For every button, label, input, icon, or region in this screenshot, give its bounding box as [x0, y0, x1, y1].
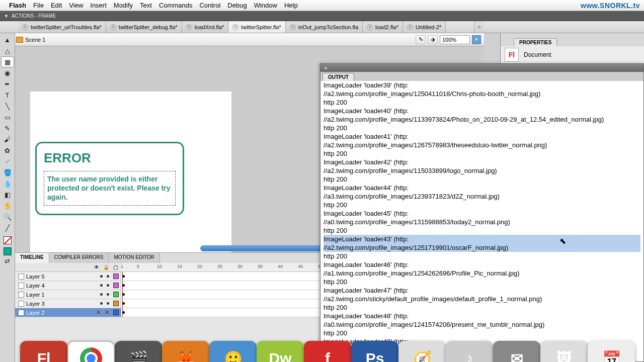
visibility-dot[interactable] [100, 293, 103, 296]
hide-x-icon[interactable]: ✕ [96, 309, 101, 316]
dock-dreamweaver[interactable]: Dw [257, 341, 304, 362]
selection-tool[interactable]: ▲ [1, 34, 14, 45]
bone-tool[interactable]: ⟋ [1, 156, 14, 167]
line-tool[interactable]: ╲ [1, 101, 14, 112]
layer-cell[interactable]: Layer 1 [15, 290, 121, 299]
dock-preview[interactable]: 🖼 [540, 341, 588, 362]
output-line[interactable]: http 200 [324, 149, 640, 158]
eye-icon[interactable]: 👁 [94, 264, 99, 270]
layer-frames[interactable] [121, 272, 320, 281]
keyframe-icon[interactable] [122, 311, 125, 314]
layer-cell[interactable]: Layer 3 [15, 299, 121, 308]
error-movieclip[interactable]: ERROR The user name provided is either p… [35, 142, 184, 215]
output-line[interactable]: http 200 [324, 278, 640, 286]
frames-ruler[interactable]: 151015202530354045505560 [121, 263, 320, 272]
output-line[interactable]: ImageLoader 'loader40' (http: //a2.twimg… [324, 107, 640, 124]
menu-help[interactable]: Help [284, 2, 298, 9]
dock-safari[interactable]: 🧭 [398, 341, 446, 362]
dock-chrome[interactable] [67, 341, 115, 362]
output-tab[interactable]: OUTPUT [323, 73, 354, 81]
outline-color-swatch[interactable] [113, 301, 119, 306]
output-line[interactable]: ImageLoader 'loader46' (http: //a1.twimg… [324, 260, 640, 278]
document-tab[interactable]: ×Untitled-2* [403, 21, 446, 33]
output-line[interactable]: http 200 [324, 252, 640, 260]
layer-frames[interactable] [121, 290, 320, 299]
eyedropper-tool[interactable]: 💧 [1, 178, 14, 189]
menu-control[interactable]: Control [199, 2, 220, 9]
output-text[interactable]: ImageLoader 'loader39' (http: //a2.twimg… [320, 81, 643, 361]
zoom-input[interactable] [440, 35, 470, 44]
output-line[interactable]: ImageLoader 'loader39' (http: //a2.twimg… [324, 81, 640, 98]
document-tab[interactable]: ×twitterSpitter.fla* [228, 21, 285, 33]
pen-tool[interactable]: ✒ [1, 78, 14, 89]
document-tab[interactable]: ×twitterSpitter_urlTroubles.fla* [18, 21, 106, 33]
keyframe-icon[interactable] [122, 275, 125, 278]
menu-edit[interactable]: Edit [51, 2, 62, 9]
stage[interactable]: ERROR The user name provided is either p… [30, 92, 231, 252]
tab-timeline[interactable]: TIMELINE [15, 253, 49, 263]
edit-symbols-button[interactable]: ⬗ [428, 35, 438, 44]
document-tab[interactable]: ×inOut_jumpToSection.fla [286, 21, 363, 33]
keyframe-icon[interactable] [122, 302, 125, 305]
close-icon[interactable]: × [367, 24, 373, 30]
properties-tab[interactable]: PROPERTIES [514, 38, 557, 46]
dock-photoshop[interactable]: Ps [351, 341, 398, 362]
menu-insert[interactable]: Insert [90, 2, 107, 9]
menu-modify[interactable]: Modify [114, 2, 133, 9]
close-icon[interactable]: × [186, 24, 192, 30]
menu-view[interactable]: View [69, 2, 83, 9]
layer-cell[interactable]: Layer 5 [15, 272, 121, 281]
outline-color-swatch[interactable] [113, 283, 119, 288]
layer-frames[interactable] [121, 281, 320, 290]
output-line[interactable]: ImageLoader 'loader41' (http: //a2.twimg… [324, 132, 640, 149]
output-line[interactable]: http 200 [324, 201, 640, 209]
menu-file[interactable]: File [33, 2, 44, 9]
outline-color-swatch[interactable] [113, 310, 119, 315]
lock-dot[interactable] [107, 302, 109, 305]
output-line[interactable]: ImageLoader 'loader43' (http: //a2.twimg… [324, 235, 640, 252]
dock-itunes[interactable]: ♪ [446, 341, 493, 362]
keyframe-icon[interactable] [122, 293, 125, 296]
error-body-textfield[interactable]: The user name provided is either protect… [44, 171, 176, 206]
output-line[interactable]: ImageLoader 'loader44' (http: //a3.twimg… [324, 184, 640, 201]
visibility-dot[interactable] [100, 284, 103, 287]
dock-firefox[interactable]: 🦊 [162, 341, 209, 362]
tab-compiler-errors[interactable]: COMPILER ERRORS [49, 253, 109, 263]
collapse-icon[interactable]: ▼ [4, 14, 9, 19]
lock-dot[interactable] [107, 284, 109, 287]
close-icon[interactable]: × [22, 24, 28, 30]
close-icon[interactable]: × [232, 24, 238, 30]
timeline-layer-row[interactable]: Layer 2✕✕ [15, 308, 320, 317]
zoom-dropdown[interactable]: ▼ [472, 35, 481, 44]
dock-flashplayer[interactable]: f [304, 341, 351, 362]
hand-tool[interactable]: ✋ [1, 200, 14, 211]
lock-icon[interactable]: 🔒 [103, 264, 109, 270]
timeline-layer-row[interactable]: Layer 1 [15, 290, 320, 299]
subselection-tool[interactable]: △ [1, 45, 14, 56]
app-menu[interactable]: Flash [9, 2, 26, 9]
tab-motion-editor[interactable]: MOTION EDITOR [109, 253, 159, 263]
rectangle-tool[interactable]: ▭ [1, 112, 14, 123]
timeline-layer-row[interactable]: Layer 4 [15, 281, 320, 290]
lock-dot[interactable] [107, 275, 109, 278]
swap-colors[interactable]: ⇄ [1, 255, 14, 266]
output-line[interactable]: ImageLoader 'loader45' (http: //a0.twimg… [324, 209, 640, 226]
close-icon[interactable]: × [407, 24, 413, 30]
layer-cell[interactable]: Layer 2✕✕ [15, 308, 121, 317]
menu-debug[interactable]: Debug [227, 2, 247, 9]
fill-color-swatch[interactable] [4, 247, 12, 255]
dock-imovie[interactable]: 🎬 [115, 341, 162, 362]
close-icon[interactable]: × [290, 24, 296, 30]
eraser-tool[interactable]: ◧ [1, 189, 14, 200]
output-titlebar[interactable] [320, 64, 643, 72]
menu-text[interactable]: Text [140, 2, 152, 9]
text-tool[interactable]: T [1, 89, 14, 101]
pencil-tool[interactable]: ✎ [1, 123, 14, 134]
visibility-dot[interactable] [100, 302, 103, 305]
dock-finder[interactable]: 🙂 [209, 341, 257, 362]
layer-frames[interactable] [121, 299, 320, 308]
free-transform-tool[interactable]: ▦ [1, 56, 14, 67]
timeline-layer-row[interactable]: Layer 5 [15, 272, 320, 281]
keyframe-icon[interactable] [122, 284, 125, 287]
stroke-none-icon[interactable] [4, 236, 12, 244]
